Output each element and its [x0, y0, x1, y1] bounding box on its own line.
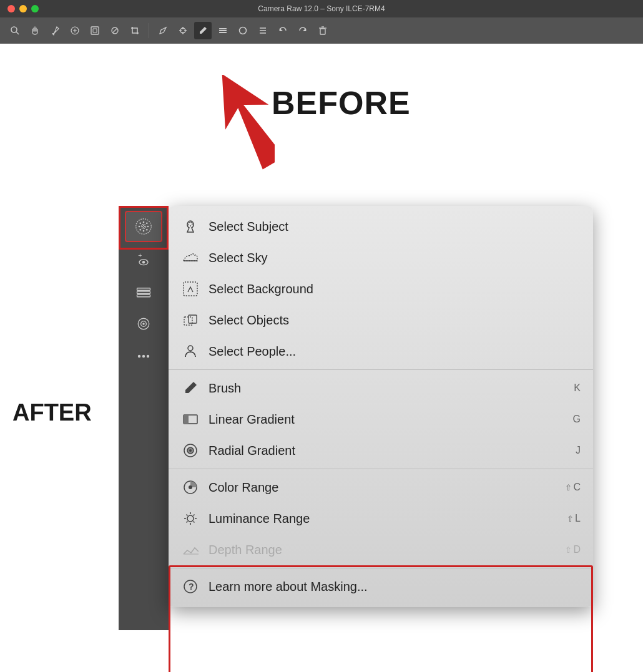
svg-point-37 [142, 261, 145, 263]
dropdown-menu: Select Subject Select Sky Select Backgro… [169, 206, 593, 607]
svg-point-32 [144, 226, 145, 227]
svg-text:+: + [138, 251, 142, 259]
svg-rect-12 [219, 32, 227, 33]
svg-rect-38 [137, 288, 150, 291]
luminance-range-icon [181, 509, 200, 528]
heal-tool[interactable] [66, 22, 84, 39]
sidebar-more-tool[interactable] [125, 341, 162, 372]
menu-luminance-range[interactable]: Luminance Range ⇧L [169, 503, 593, 534]
menu-radial-gradient[interactable]: Radial Gradient J [169, 435, 593, 466]
hand-tool[interactable] [26, 22, 44, 39]
svg-point-22 [143, 222, 145, 223]
title-bar: Camera Raw 12.0 – Sony ILCE-7RM4 [0, 0, 643, 17]
svg-point-27 [139, 229, 141, 231]
menu-select-background[interactable]: Select Background [169, 273, 593, 304]
menu-color-range[interactable]: Color Range ⇧C [169, 472, 593, 503]
svg-point-13 [240, 27, 247, 34]
menu-linear-gradient[interactable]: Linear Gradient G [169, 404, 593, 435]
select-sky-label: Select Sky [209, 251, 267, 265]
svg-rect-39 [137, 291, 150, 294]
list-tool[interactable] [254, 22, 272, 39]
before-label: BEFORE [272, 84, 411, 122]
crosshair-tool[interactable] [174, 22, 192, 39]
svg-rect-51 [189, 315, 197, 323]
separator-2 [169, 469, 593, 469]
radial-gradient-shortcut: J [576, 445, 581, 456]
svg-point-43 [142, 323, 145, 325]
svg-rect-17 [320, 29, 325, 34]
menu-brush[interactable]: Brush K [169, 373, 593, 404]
svg-point-24 [147, 226, 149, 228]
transform-tool[interactable] [86, 22, 104, 39]
svg-point-46 [147, 355, 149, 358]
depth-range-shortcut: ⇧D [565, 544, 581, 555]
linear-gradient-icon [181, 410, 200, 429]
color-range-label: Color Range [209, 480, 278, 495]
svg-rect-10 [219, 28, 227, 29]
svg-line-4 [113, 29, 117, 32]
brush-tool[interactable] [194, 22, 212, 39]
svg-point-52 [188, 346, 193, 351]
svg-point-21 [136, 219, 152, 235]
eyedropper-tool[interactable] [46, 22, 64, 39]
select-people-label: Select People... [209, 344, 296, 359]
svg-point-33 [143, 227, 144, 228]
linear-gradient-label: Linear Gradient [209, 412, 295, 427]
svg-point-47 [189, 222, 192, 226]
delete-button[interactable] [314, 22, 331, 39]
radial-gradient-icon [181, 441, 200, 460]
maximize-button[interactable] [31, 5, 39, 12]
zoom-tool[interactable] [6, 22, 24, 39]
select-sky-icon [181, 248, 200, 267]
svg-line-1 [16, 32, 19, 34]
close-button[interactable] [7, 5, 15, 12]
luminance-range-shortcut: ⇧L [567, 513, 581, 524]
menu-depth-range[interactable]: Depth Range ⇧D [169, 534, 593, 565]
brush-shortcut: K [574, 382, 581, 394]
sidebar-radial-tool[interactable] [125, 308, 162, 339]
undo-button[interactable] [274, 22, 292, 39]
color-range-icon [181, 478, 200, 497]
svg-line-67 [194, 515, 195, 516]
select-subject-label: Select Subject [209, 220, 288, 234]
circle-tool[interactable] [234, 22, 252, 39]
svg-point-34 [142, 226, 143, 227]
toolbar [0, 17, 643, 44]
arrow-indicator [194, 75, 275, 180]
sidebar-masking-tool[interactable] [125, 211, 162, 242]
redo-button[interactable] [294, 22, 312, 39]
select-subject-icon [181, 217, 200, 236]
sidebar-layers-tool[interactable] [125, 276, 162, 307]
spot-remove-tool[interactable] [106, 22, 124, 39]
window-title: Camera Raw 12.0 – Sony ILCE-7RM4 [258, 4, 385, 13]
svg-rect-49 [184, 282, 197, 296]
svg-point-25 [146, 229, 148, 231]
pen-tool[interactable] [154, 22, 172, 39]
svg-point-29 [139, 222, 141, 224]
menu-select-people[interactable]: Select People... [169, 336, 593, 367]
traffic-lights [7, 5, 39, 12]
minimize-button[interactable] [19, 5, 27, 12]
sidebar-add-view-tool[interactable]: + [125, 243, 162, 275]
menu-select-objects[interactable]: Select Objects [169, 304, 593, 336]
svg-text:?: ? [189, 582, 194, 592]
depth-range-label: Depth Range [209, 543, 282, 557]
crop-tool[interactable] [126, 22, 144, 39]
select-background-label: Select Background [209, 282, 313, 296]
svg-point-0 [11, 27, 17, 32]
svg-point-28 [139, 226, 140, 228]
menu-select-sky[interactable]: Select Sky [169, 242, 593, 273]
svg-point-60 [187, 515, 194, 522]
svg-rect-2 [91, 27, 99, 34]
color-range-shortcut: ⇧C [565, 482, 581, 493]
after-label: AFTER [12, 399, 92, 426]
learn-masking-label: Learn more about Masking... [209, 580, 368, 594]
menu-select-subject[interactable]: Select Subject [169, 211, 593, 242]
main-area: BEFORE AFTER [0, 44, 643, 672]
luminance-range-label: Luminance Range [209, 512, 310, 526]
layer-tool[interactable] [214, 22, 232, 39]
toolbar-divider [149, 23, 149, 38]
svg-point-26 [143, 230, 145, 232]
menu-learn-masking[interactable]: ? Learn more about Masking... [169, 571, 593, 602]
svg-rect-54 [184, 415, 189, 424]
